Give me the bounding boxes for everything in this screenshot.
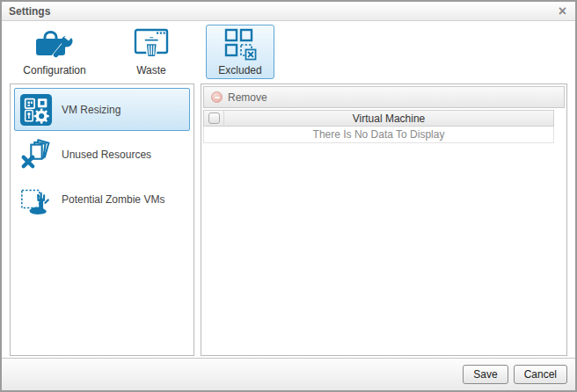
unused-resources-icon (19, 138, 53, 171)
ribbon-button-label: Configuration (23, 63, 85, 78)
ribbon-button-label: Waste (136, 63, 166, 78)
ribbon-button-configuration[interactable]: Configuration (12, 25, 97, 79)
sidebar-item-label: Potential Zombie VMs (62, 193, 164, 206)
sidebar-item-label: VM Resizing (62, 104, 121, 116)
content-area: VM Resizing (2, 83, 575, 358)
grid-toolbar: Remove (203, 86, 565, 108)
column-header-virtual-machine[interactable]: Virtual Machine (224, 113, 553, 125)
remove-minus-icon (211, 91, 223, 103)
virtual-machine-grid: Virtual Machine There Is No Data To Disp… (203, 110, 554, 143)
dialog-title: Settings (9, 5, 50, 18)
window-trash-icon (130, 26, 172, 63)
sidebar-item-vm-resizing[interactable]: VM Resizing (14, 88, 190, 131)
settings-dialog: Settings × Configuration (0, 0, 577, 392)
sidebar-item-unused-resources[interactable]: Unused Resources (14, 133, 190, 176)
grid-empty-message: There Is No Data To Display (203, 127, 554, 143)
select-all-checkbox[interactable] (208, 113, 220, 124)
ribbon-button-waste[interactable]: Waste (109, 25, 194, 79)
excluded-vms-panel: Remove Virtual Machine There Is No Data … (201, 83, 567, 356)
sidebar-item-potential-zombie-vms[interactable]: Potential Zombie VMs (14, 178, 190, 221)
sidebar-item-label: Unused Resources (62, 149, 151, 161)
titlebar[interactable]: Settings × (2, 2, 575, 21)
cancel-button[interactable]: Cancel (514, 365, 567, 384)
dialog-footer: Save Cancel (2, 358, 575, 390)
save-button[interactable]: Save (463, 365, 508, 384)
close-icon[interactable]: × (557, 4, 568, 18)
remove-button-label: Remove (228, 91, 267, 104)
select-all-cell (204, 111, 224, 126)
ribbon-button-excluded[interactable]: Excluded (206, 25, 274, 79)
ribbon: Configuration (2, 21, 575, 83)
zombie-hand-icon (19, 183, 53, 216)
toolbox-wrench-icon (33, 26, 76, 63)
grid-header-row: Virtual Machine (203, 110, 554, 127)
category-list: VM Resizing (10, 83, 194, 356)
ribbon-button-label: Excluded (218, 63, 261, 78)
excluded-grid-icon (223, 26, 258, 63)
vm-resizing-icon (19, 93, 53, 127)
remove-button[interactable]: Remove (211, 91, 267, 104)
